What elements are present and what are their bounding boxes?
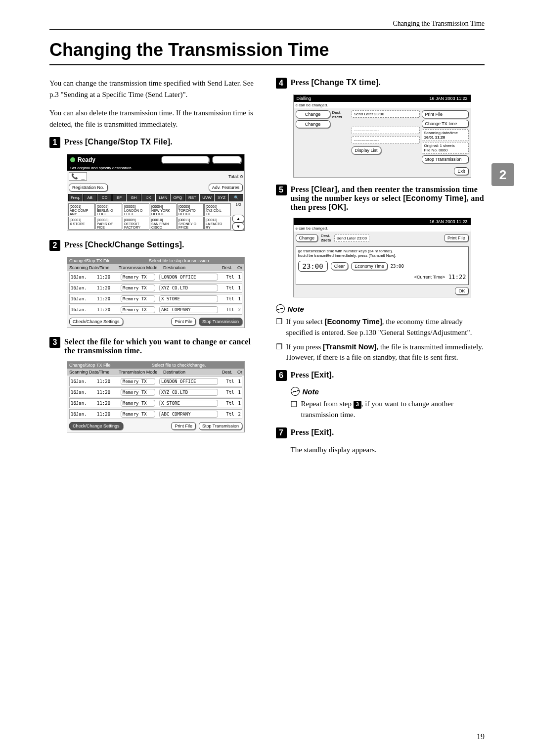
print-file-button[interactable]: Print File <box>422 110 469 118</box>
page-title: Changing the Transmission Time <box>49 40 485 65</box>
step-1-marker: 1 <box>49 137 60 148</box>
step-2: 2 Press [Check/Change Settings]. <box>49 240 259 251</box>
step-3-text: Select the file for which you want to ch… <box>64 337 259 355</box>
step-7-marker: 7 <box>276 427 287 438</box>
change-button[interactable]: Change <box>296 234 318 242</box>
step-4-marker: 4 <box>276 78 287 89</box>
send-later-display: Send Later 23:00 <box>352 110 420 118</box>
current-time-value: 11:22 <box>448 274 466 281</box>
change-tx-screen: Dialling16 JAN 2003 11:22 e can be chang… <box>293 94 471 178</box>
time-input[interactable]: 23:00 <box>298 261 328 272</box>
address-entry[interactable]: [00005]TORONTOOFFICE <box>177 203 204 216</box>
print-file-button[interactable]: Print File <box>444 234 469 242</box>
step-4: 4 Press [Change TX time]. <box>276 78 485 89</box>
table-row[interactable]: 16Jan.11:20Memory TXABC COMPANYTtl2 <box>69 305 242 315</box>
intro-paragraph-1: You can change the transmission time spe… <box>49 78 259 100</box>
economy-time-value: 23:00 <box>391 264 404 269</box>
table-row[interactable]: 16Jan.11:20Memory TXLONDON OFFICETtl1 <box>69 377 242 386</box>
address-entry[interactable]: [00010]SAN FRANCISCO <box>150 217 177 230</box>
table-row[interactable]: 16Jan.11:20Memory TXXYZ CO.LTDTtl1 <box>69 387 242 397</box>
freq-tab[interactable]: Freq. <box>68 194 83 201</box>
check-change-settings-button[interactable]: Check/Change Settings <box>69 318 123 326</box>
time-entry-screen: 16 JAN 2003 11:23 e can be changed. Chan… <box>293 218 471 297</box>
address-entry[interactable]: [00008]PARIS OFFICE <box>95 217 122 230</box>
status-dot-icon <box>70 157 75 162</box>
step-1: 1 Press [Change/Stop TX File]. <box>49 137 259 148</box>
table-row[interactable]: 16Jan.11:20Memory TXXYZ CO.LTDTtl1 <box>69 283 242 293</box>
step-6-marker: 6 <box>276 370 287 381</box>
print-file-button[interactable]: Print File <box>171 422 196 430</box>
note-item: ❒ Repeat from step 3, if you want to cha… <box>291 399 485 421</box>
change-tx-time-button[interactable]: Change TX time <box>422 120 469 128</box>
address-entry[interactable]: [00007]X STORE <box>68 217 95 230</box>
address-entry[interactable]: [00003]LONDON OFFICE <box>123 203 149 216</box>
note-item: ❒ If you press [Transmit Now], the file … <box>276 341 485 364</box>
ok-button[interactable]: OK <box>455 287 468 295</box>
page-number: 19 <box>477 732 485 741</box>
address-entry[interactable]: [00001]ABC COMPANY <box>68 203 95 216</box>
total-label: Total: <box>228 174 239 179</box>
file-list-screen-1: Change/Stop TX File Select file to stop … <box>67 257 245 328</box>
step-1-button-label: [Change/Stop TX File] <box>85 138 171 146</box>
scroll-up-icon[interactable]: ▲ <box>232 215 244 223</box>
adv-features-button[interactable]: Adv. Features <box>209 184 243 191</box>
note-heading: Note <box>291 387 485 396</box>
clear-button[interactable]: Clear <box>331 262 349 270</box>
step-6: 6 Press [Exit]. <box>276 370 485 381</box>
note-heading: Note <box>276 304 485 313</box>
address-entry[interactable]: [00011]SYDNEY OFFICE <box>177 217 204 230</box>
change-stop-tx-file-button[interactable]: Change/Stop TX File <box>161 156 209 164</box>
step-3: 3 Select the file for which you want to … <box>49 337 259 355</box>
intro-paragraph-2: You can also delete the transmission tim… <box>49 107 259 130</box>
address-entry[interactable]: [00004]NEW YORKOFFICE <box>150 203 177 216</box>
step-3-marker: 3 <box>49 337 60 348</box>
step-5-marker: 5 <box>276 185 287 195</box>
chapter-tab: 2 <box>491 163 514 186</box>
address-grid: [00001]ABC COMPANY [00002]BERLIN OFFICE … <box>67 202 232 231</box>
file-list-screen-2: Change/Stop TX File Select file to check… <box>67 361 245 432</box>
information-button[interactable]: Information <box>212 156 241 164</box>
ready-screen: Ready Change/Stop TX File Information Se… <box>67 154 245 231</box>
stop-transmission-button[interactable]: Stop Transmission <box>199 318 242 326</box>
display-list-button[interactable]: Display List <box>352 146 381 154</box>
page-indicator: 1/2 <box>232 202 244 215</box>
print-file-button[interactable]: Print File <box>171 318 196 326</box>
total-value: 0 <box>240 174 243 179</box>
step-5: 5 Press [Clear], and then reenter the tr… <box>276 185 485 212</box>
address-entry[interactable]: [00002]BERLIN OFFICE <box>95 203 122 216</box>
scroll-down-icon[interactable]: ▼ <box>232 223 244 231</box>
table-row[interactable]: 16Jan.11:20Memory TXLONDON OFFICETtl1 <box>69 272 242 282</box>
step-7: 7 Press [Exit]. <box>276 427 485 438</box>
ready-label: Ready <box>78 156 95 163</box>
step-2-marker: 2 <box>49 240 60 251</box>
registration-no-button[interactable]: Registration No. <box>69 184 108 191</box>
change-button[interactable]: Change <box>296 110 330 118</box>
table-row[interactable]: 16Jan.11:20Memory TXABC COMPANYTtl2 <box>69 409 242 419</box>
stop-transmission-button[interactable]: Stop Transmission <box>422 155 469 163</box>
search-icon[interactable]: 🔍 <box>229 194 243 201</box>
check-change-settings-button-selected[interactable]: Check/Change Settings <box>69 422 123 430</box>
ready-subtitle: Set original and specify destination. <box>67 165 244 171</box>
stop-transmission-button[interactable]: Stop Transmission <box>199 422 242 430</box>
economy-time-button[interactable]: Economy Time <box>351 262 388 270</box>
note-item: ❒ If you select [Economy Time], the econ… <box>276 316 485 338</box>
exit-button[interactable]: Exit <box>454 167 468 175</box>
step-1-text: Press <box>64 138 85 146</box>
address-entry[interactable]: [00012]LA FACTORY <box>204 217 231 230</box>
running-header: Changing the Transmission Time <box>49 20 485 30</box>
address-entry[interactable]: [00006]XYZ CO.LTD <box>204 203 231 216</box>
final-text: The standby display appears. <box>291 444 485 456</box>
table-row[interactable]: 16Jan.11:20Memory TXX STORETtl1 <box>69 398 242 408</box>
table-row[interactable]: 16Jan.11:20Memory TXX STORETtl1 <box>69 294 242 304</box>
change-button[interactable]: Change <box>296 120 330 128</box>
address-entry[interactable]: [00009]DETROITFACTORY <box>123 217 149 230</box>
